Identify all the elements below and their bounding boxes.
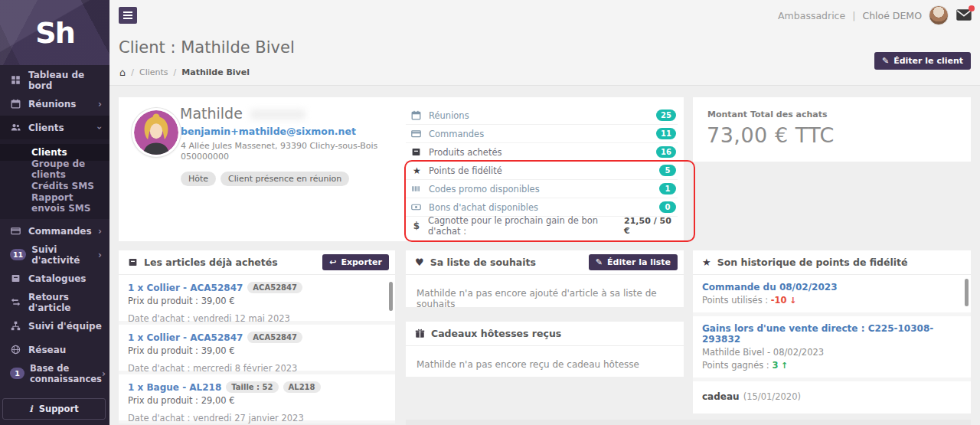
article-item: 1 x Bague - AL218 Taille : 52 AL218 Prix…: [119, 374, 395, 420]
total-purchases-card: Montant Total des achats 73,00 € TTC: [693, 97, 971, 162]
messages-button[interactable]: [956, 8, 972, 22]
article-link[interactable]: 1 x Collier - ACA52847: [128, 332, 243, 343]
count-badge: 5: [659, 165, 676, 176]
sku-badge: ACA52847: [247, 332, 302, 343]
sidebar-item-reunions[interactable]: Réunions ›: [0, 92, 109, 116]
chevron-right-icon: ›: [98, 100, 102, 109]
article-price: 39,00 €: [201, 345, 235, 356]
sidebar-item-reseau[interactable]: Réseau: [0, 338, 109, 361]
history-item: Gains lors d'une vente directe : C225-10…: [693, 316, 971, 378]
sku-badge: ACA52847: [247, 282, 302, 293]
breadcrumb-clients[interactable]: Clients: [139, 67, 168, 77]
grid-icon: [10, 74, 21, 86]
stat-row-codes-promo[interactable]: Codes promo disponibles 1: [406, 180, 678, 198]
history-entry-name: cadeau: [702, 391, 740, 402]
export-arrow-icon: ↩: [329, 258, 336, 266]
sidebar-item-catalogues[interactable]: Catalogues: [0, 266, 109, 290]
knowledge-count-badge: 1: [10, 368, 24, 379]
sidebar-item-label: Tableau de bord: [28, 70, 102, 91]
arrow-down-icon: ↓: [789, 296, 796, 306]
sidebar-item-clients[interactable]: Clients ›: [0, 116, 109, 139]
client-phone: 050000000: [181, 152, 229, 162]
submenu-item-groupe-de-clients[interactable]: Groupe de clients: [0, 161, 109, 178]
stat-row-reunions[interactable]: Réunions 25: [406, 106, 678, 125]
dollar-icon: $: [411, 221, 422, 231]
panel-header: ★ Son historique de points de fidélité: [693, 250, 971, 275]
submenu-item-rapport-envois-sms[interactable]: Rapport envois SMS: [0, 195, 109, 211]
sidebar-item-base-de-connaissances[interactable]: 1 Base de connaissances ›: [0, 361, 109, 385]
credit-card-icon: [10, 225, 21, 237]
voucher-icon: [411, 202, 423, 212]
star-icon: ★: [702, 257, 711, 267]
catalog-icon: [10, 273, 21, 284]
calendar-icon: [10, 98, 21, 110]
total-purchases-label: Montant Total des achats: [707, 110, 828, 119]
history-sale-link[interactable]: Gains lors d'une vente directe : C225-10…: [702, 323, 962, 345]
gift-icon: [415, 329, 425, 338]
chevron-down-icon: ›: [96, 126, 105, 129]
swap-arrows-icon: [10, 296, 21, 308]
stat-row-commandes[interactable]: Commandes 11: [406, 125, 678, 143]
export-button[interactable]: ↩ Exporter: [322, 254, 389, 270]
edit-wishlist-button[interactable]: ✎ Éditer la liste: [589, 254, 678, 270]
pencil-icon: ✎: [596, 258, 603, 266]
stat-row-points-fidelite[interactable]: ★ Points de fidélité 5: [406, 162, 678, 180]
support-button-label: Support: [39, 404, 79, 414]
sidebar-item-commandes[interactable]: Commandes ›: [0, 219, 109, 243]
pencil-icon: ✎: [882, 57, 889, 65]
client-first-name: Mathilde: [180, 105, 305, 122]
breadcrumb-current: Mathilde Bivel: [181, 67, 250, 77]
history-item: cadeau (15/01/2020) Points gagnés : 50 ↑: [693, 381, 971, 414]
sidebar-item-label: Suivi d'équipe: [28, 321, 102, 332]
main-area: Ambassadrice | Chloé DEMO Client : Mathi…: [109, 0, 980, 425]
history-item: Commande du 08/02/2023 Points utilisés :…: [693, 275, 971, 312]
history-scrollbar[interactable]: [965, 279, 969, 306]
sidebar-item-suivi-equipe[interactable]: Suivi d'équipe: [0, 314, 109, 338]
history-subtitle: Mathilde Bivel - 08/02/2023: [702, 347, 962, 358]
panel-header: ♥ Sa liste de souhaits ✎ Éditer la liste: [406, 250, 684, 275]
gifts-empty-message: Mathilde n'a pas encore reçu de cadeau h…: [406, 346, 684, 383]
sidebar-toggle-button[interactable]: [119, 7, 137, 24]
article-item: 1 x Collier - ACA52847 ACA52847 Prix du …: [119, 325, 395, 371]
redacted-last-name: [250, 110, 305, 119]
client-stats-list: Réunions 25 Commandes 11 Produits acheté…: [406, 106, 678, 235]
stat-row-bons-achat[interactable]: Bons d'achat disponibles 0: [406, 198, 678, 217]
sidebar-item-tableau-de-bord[interactable]: Tableau de bord: [0, 68, 109, 92]
sidebar-item-label: Base de connaissances: [30, 363, 102, 384]
history-order-link[interactable]: Commande du 08/02/2023: [702, 282, 962, 293]
article-link[interactable]: 1 x Collier - ACA52847: [128, 283, 243, 293]
user-cluster: Ambassadrice | Chloé DEMO: [778, 0, 972, 31]
sitemap-icon: [10, 320, 21, 332]
count-badge: 11: [656, 128, 676, 139]
articles-scrollbar[interactable]: [389, 282, 393, 311]
page-header: Client : Mathilde Bivel ⌂ / Clients / Ma…: [109, 31, 980, 86]
sidebar-item-retours-article[interactable]: Retours d'article: [0, 290, 109, 314]
edit-client-button[interactable]: ✎ Éditer le client: [874, 52, 971, 70]
tag-presence-reunion: Client présence en réunion: [220, 172, 349, 186]
product-box-icon: [411, 147, 423, 157]
chevron-right-icon: ›: [98, 227, 102, 236]
user-avatar[interactable]: [929, 5, 949, 25]
loyalty-history-panel: ★ Son historique de points de fidélité C…: [693, 250, 971, 414]
sidebar-item-label: Réseau: [28, 345, 66, 355]
purchased-articles-panel: Les articles déjà achetés ↩ Exporter 1 x…: [119, 250, 395, 423]
globe-icon: [10, 344, 21, 355]
user-menu[interactable]: Chloé DEMO: [862, 10, 922, 21]
home-icon[interactable]: ⌂: [119, 67, 126, 77]
stat-row-produits-achetes[interactable]: Produits achetés 16: [406, 143, 678, 162]
topbar: Ambassadrice | Chloé DEMO: [109, 0, 980, 31]
app-logo[interactable]: Sh: [0, 0, 109, 65]
panel-title: Sa liste de souhaits: [430, 257, 536, 268]
article-link[interactable]: 1 x Bague - AL218: [128, 382, 221, 393]
info-icon: i: [29, 404, 32, 414]
support-button[interactable]: i Support: [2, 398, 106, 420]
activity-count-badge: 11: [10, 249, 26, 260]
client-tags: Hôte Client présence en réunion: [181, 172, 349, 186]
stat-row-cagnotte: $ Cagnotte pour le prochain gain de bon …: [406, 217, 678, 235]
sidebar-item-suivi-activite[interactable]: 11 Suivi d'activité ›: [0, 243, 109, 266]
client-email-link[interactable]: benjamin+mathilde@sixmon.net: [181, 126, 356, 137]
article-date: mercredi 8 février 2023: [193, 363, 297, 374]
clients-submenu: Clients Groupe de clients Crédits SMS Ra…: [0, 139, 109, 219]
arrow-up-icon: ↑: [781, 361, 788, 371]
count-badge: 25: [656, 110, 676, 121]
